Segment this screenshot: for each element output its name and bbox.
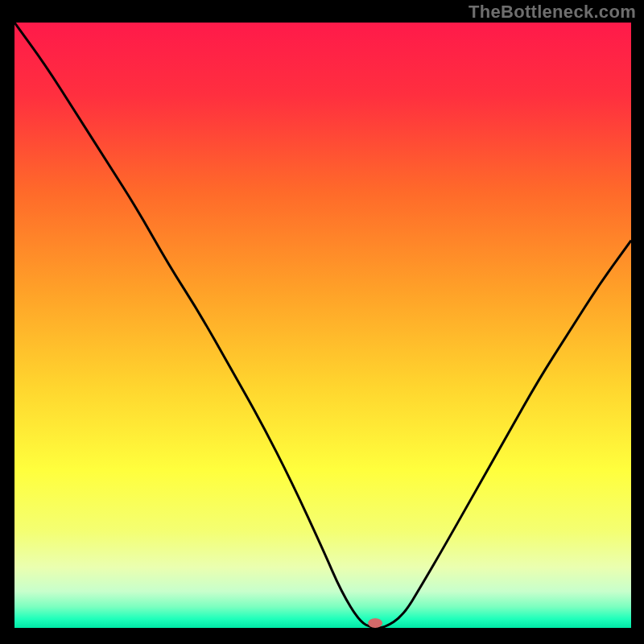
chart-svg	[14, 23, 631, 628]
gradient-background	[14, 23, 631, 628]
optimal-marker	[368, 618, 382, 628]
watermark-text: TheBottleneck.com	[469, 2, 636, 23]
plot-area	[14, 23, 631, 628]
chart-frame: TheBottleneck.com	[0, 0, 644, 644]
